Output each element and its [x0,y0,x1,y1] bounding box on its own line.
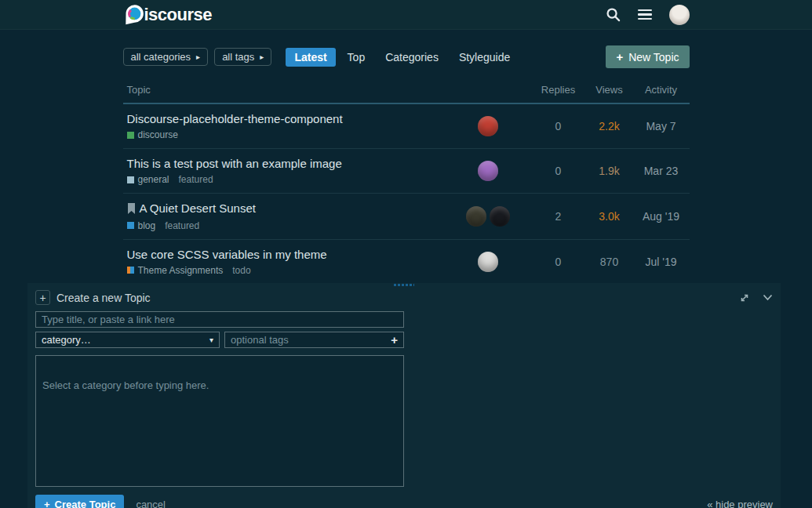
activity-date[interactable]: May 7 [633,120,690,132]
tag-filter-label: all tags [222,51,254,63]
plus-icon: + [616,50,623,64]
chevron-down-icon: ▾ [209,336,213,344]
nav-latest[interactable]: Latest [286,48,335,67]
composer-action-label: Create a new Topic [56,292,151,304]
topic-title-link[interactable]: Discourse-placeholder-theme-component [127,112,343,125]
composer-footer: + Create Topic cancel [35,495,404,508]
replies-count: 0 [531,256,586,268]
category-name: Theme Assignments [138,265,224,276]
table-row: Discourse-placeholder-theme-component di… [123,104,690,149]
hamburger-menu-icon[interactable] [638,9,652,20]
poster-avatar[interactable] [478,116,498,136]
posters-cell [445,206,531,227]
table-row: Use core SCSS variables in my theme Them… [123,240,690,285]
discourse-logo[interactable]: iscourse [123,3,213,26]
composer-action-title: + Create a new Topic [35,290,151,305]
poster-avatar[interactable] [478,161,498,181]
category-color-icon [127,267,134,274]
caret-right-icon: ▸ [260,53,264,61]
category-name: general [138,174,169,185]
posters-cell [445,116,531,136]
replies-count: 0 [531,120,586,132]
category-badge[interactable]: general [127,174,169,185]
category-color-icon [127,132,134,139]
replies-count: 0 [531,165,586,177]
site-header: iscourse [0,0,812,30]
tag-link[interactable]: todo [232,265,250,276]
tags-input-box[interactable]: + [224,332,404,348]
category-filter-label: all categories [131,51,191,63]
table-row: A Quiet Desert Sunset blog featured 2 3.… [123,194,690,240]
category-badge[interactable]: Theme Assignments [127,265,224,276]
collapse-composer-icon[interactable] [763,294,773,301]
list-nav: Latest Top Categories Styleguide [286,48,519,67]
cancel-link[interactable]: cancel [136,499,166,508]
posters-cell [445,252,531,272]
list-controls: all categories ▸ all tags ▸ Latest Top C… [123,30,690,68]
activity-date[interactable]: Jul '19 [633,256,690,268]
nav-styleguide[interactable]: Styleguide [450,48,519,67]
category-name: discourse [138,129,178,140]
views-count: 2.2k [586,120,633,132]
category-select[interactable]: category… ▾ [35,332,220,348]
column-header-activity[interactable]: Activity [633,84,690,96]
topic-title-link[interactable]: A Quiet Desert Sunset [127,201,256,215]
tags-input[interactable] [231,333,386,347]
user-avatar[interactable] [669,5,690,25]
hide-preview-link[interactable]: « hide preview [707,499,773,508]
views-count: 3.0k [586,210,633,223]
activity-date[interactable]: Aug '19 [633,210,690,223]
new-topic-button[interactable]: + New Topic [606,45,689,68]
category-name: blog [138,220,156,231]
category-badge[interactable]: discourse [127,129,178,140]
poster-avatar[interactable] [490,206,510,227]
composer-panel: + Create a new Topic [27,283,781,508]
create-topic-button[interactable]: + Create Topic [35,495,124,508]
column-header-replies[interactable]: Replies [531,84,586,96]
column-header-views[interactable]: Views [586,84,633,96]
category-badge[interactable]: blog [127,220,156,231]
composer-form: category… ▾ + + Create Topic cancel [35,311,404,508]
topic-title-link[interactable]: This is a test post with an example imag… [127,157,342,170]
activity-date[interactable]: Mar 23 [633,165,690,177]
tag-filter-dropdown[interactable]: all tags ▸ [214,48,271,66]
tag-link[interactable]: featured [179,174,213,185]
new-topic-label: New Topic [628,51,679,64]
category-color-icon [127,222,134,229]
search-icon[interactable] [606,7,621,22]
discourse-wordmark: iscourse [144,5,213,25]
topic-title-input[interactable] [35,311,404,328]
posters-cell [445,161,531,181]
category-select-value: category… [42,334,91,346]
plus-icon: + [35,290,50,305]
nav-top[interactable]: Top [339,48,374,67]
composer-header: + Create a new Topic [35,290,773,305]
create-topic-label: Create Topic [55,499,116,508]
category-color-icon [127,176,134,183]
topic-body-textarea[interactable] [35,355,404,487]
fullscreen-composer-icon[interactable] [739,292,750,303]
replies-count: 2 [531,210,586,223]
column-header-topic[interactable]: Topic [127,84,445,96]
tag-link[interactable]: featured [165,220,199,231]
plus-icon: + [391,333,398,347]
pin-icon [127,203,136,214]
nav-categories[interactable]: Categories [377,48,447,67]
topic-list-header: Topic Replies Views Activity [123,79,690,104]
caret-right-icon: ▸ [196,53,200,61]
views-count: 870 [586,256,633,268]
poster-avatar[interactable] [466,206,486,227]
topic-title-link[interactable]: Use core SCSS variables in my theme [127,248,327,261]
discourse-logo-icon [123,3,146,26]
plus-icon: + [44,499,50,508]
category-filter-dropdown[interactable]: all categories ▸ [123,48,209,66]
topic-title-text: A Quiet Desert Sunset [140,201,256,215]
table-row: This is a test post with an example imag… [123,149,690,194]
poster-avatar[interactable] [478,252,498,272]
views-count: 1.9k [586,165,633,177]
